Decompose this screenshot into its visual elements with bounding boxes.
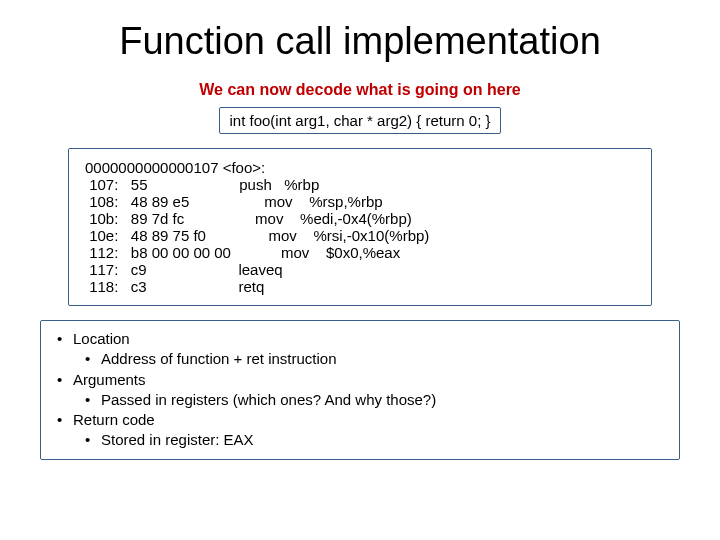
signature-wrap: int foo(int arg1, char * arg2) { return …: [40, 107, 680, 148]
list-item: Stored in register: EAX: [53, 430, 667, 450]
asm-row: 118: c3 retq: [85, 278, 635, 295]
asm-row: 117: c9 leaveq: [85, 261, 635, 278]
slide-title: Function call implementation: [40, 20, 680, 63]
slide-subtitle: We can now decode what is going on here: [40, 81, 680, 99]
notes-list: Location Address of function + ret instr…: [53, 329, 667, 451]
list-item: Arguments: [53, 370, 667, 390]
asm-row: 112: b8 00 00 00 00 mov $0x0,%eax: [85, 244, 635, 261]
asm-header: 0000000000000107 <foo>:: [85, 159, 635, 176]
asm-row: 10b: 89 7d fc mov %edi,-0x4(%rbp): [85, 210, 635, 227]
list-item: Location: [53, 329, 667, 349]
assembly-listing: 0000000000000107 <foo>: 107: 55 push %rb…: [68, 148, 652, 306]
list-item: Passed in registers (which ones? And why…: [53, 390, 667, 410]
asm-row: 107: 55 push %rbp: [85, 176, 635, 193]
slide: Function call implementation We can now …: [0, 0, 720, 480]
list-item: Address of function + ret instruction: [53, 349, 667, 369]
function-signature: int foo(int arg1, char * arg2) { return …: [219, 107, 502, 134]
list-item: Return code: [53, 410, 667, 430]
asm-row: 108: 48 89 e5 mov %rsp,%rbp: [85, 193, 635, 210]
notes-box: Location Address of function + ret instr…: [40, 320, 680, 460]
asm-row: 10e: 48 89 75 f0 mov %rsi,-0x10(%rbp): [85, 227, 635, 244]
